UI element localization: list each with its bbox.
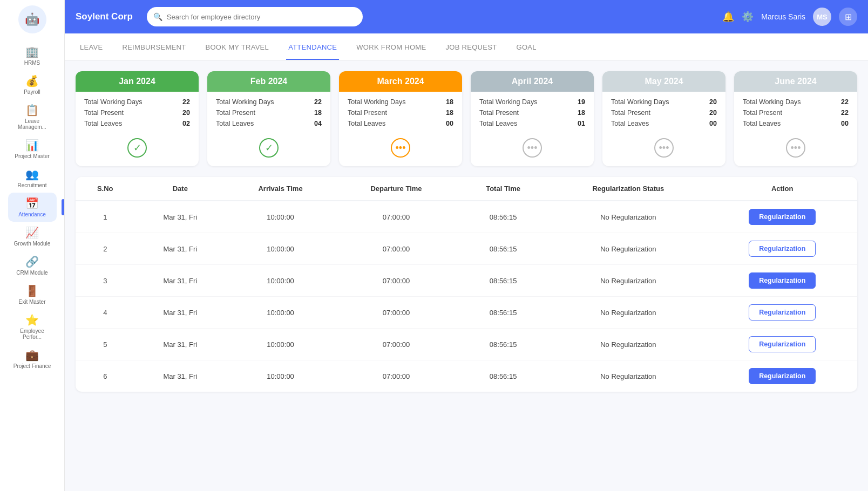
tab-attendance[interactable]: ATTENDANCE bbox=[286, 33, 339, 60]
cell-row0-col5: No Regularization bbox=[549, 201, 707, 233]
cell-row3-col2: 10:00:00 bbox=[226, 297, 335, 329]
stat-label: Total Present bbox=[348, 109, 387, 117]
topbar: Soylent Corp 🔍 🔔 ⚙️ Marcus Saris MS ⊞ bbox=[65, 0, 868, 33]
regularization-button-2[interactable]: Regularization bbox=[749, 272, 816, 289]
attendance-table-section: S.NoDateArrivals TimeDeparture TimeTotal… bbox=[76, 177, 857, 392]
cell-row5-col0: 6 bbox=[76, 360, 135, 392]
month-stat-row: Total Working Days 22 bbox=[216, 98, 322, 106]
month-header-feb2024: Feb 2024 bbox=[207, 71, 330, 92]
sidebar-item-recruitment[interactable]: 👥 Recruitment bbox=[8, 163, 57, 193]
tab-reimbursement[interactable]: REIMBURSEMENT bbox=[120, 33, 188, 60]
month-action-feb2024[interactable]: ✓ bbox=[259, 138, 279, 158]
project-master-icon: 📊 bbox=[25, 139, 39, 152]
col-arrivals-time: Arrivals Time bbox=[226, 177, 335, 201]
month-stat-row: Total Working Days 20 bbox=[611, 98, 717, 106]
stat-value: 22 bbox=[182, 98, 190, 106]
month-card-apr2024: April 2024 Total Working Days 19 Total P… bbox=[471, 71, 594, 166]
brand-name: Soylent Corp bbox=[76, 11, 133, 22]
sidebar-item-payroll[interactable]: 💰 Payroll bbox=[8, 70, 57, 99]
stat-value: 22 bbox=[841, 98, 849, 106]
month-action-jan2024[interactable]: ✓ bbox=[127, 138, 147, 158]
table-row: 2Mar 31, Fri10:00:0007:00:0008:56:15No R… bbox=[76, 233, 857, 265]
nav-tabs: LEAVEREIMBURSEMENTBOOK MY TRAVELATTENDAN… bbox=[65, 33, 868, 60]
month-action-apr2024[interactable]: ••• bbox=[523, 138, 542, 158]
crm-module-icon: 🔗 bbox=[25, 255, 39, 268]
month-action-may2024[interactable]: ••• bbox=[654, 138, 674, 158]
notification-icon[interactable]: 🔔 bbox=[722, 11, 734, 23]
tab-work-from-home[interactable]: WORK FROM HOME bbox=[354, 33, 428, 60]
stat-value: 20 bbox=[709, 98, 717, 106]
sidebar-label-project-finance: Project Finance bbox=[13, 363, 51, 369]
sidebar-label-employee-perf: Employee Perfor... bbox=[11, 328, 53, 340]
month-stat-row: Total Leaves 00 bbox=[743, 120, 849, 127]
stat-label: Total Leaves bbox=[84, 120, 122, 127]
month-stats-jan2024: Total Working Days 22 Total Present 20 T… bbox=[76, 92, 199, 131]
sidebar-item-project-master[interactable]: 📊 Project Master bbox=[8, 134, 57, 163]
tab-leave[interactable]: LEAVE bbox=[78, 33, 105, 60]
settings-icon[interactable]: ⚙️ bbox=[742, 11, 754, 23]
stat-label: Total Leaves bbox=[479, 120, 517, 127]
action-cell-row0: Regularization bbox=[707, 201, 857, 233]
stat-label: Total Leaves bbox=[216, 120, 254, 127]
sidebar-label-payroll: Payroll bbox=[24, 89, 40, 95]
sidebar-item-project-finance[interactable]: 💼 Project Finance bbox=[8, 344, 57, 373]
sidebar-item-growth-module[interactable]: 📈 Growth Module bbox=[8, 222, 57, 251]
month-stat-row: Total Present 18 bbox=[348, 109, 453, 117]
col-s.no: S.No bbox=[76, 177, 135, 201]
stat-value: 19 bbox=[578, 98, 585, 106]
sidebar-item-attendance[interactable]: 📅 Attendance bbox=[8, 193, 57, 222]
stat-value: 04 bbox=[314, 120, 322, 127]
month-header-mar2024: March 2024 bbox=[339, 71, 462, 92]
sidebar-label-project-master: Project Master bbox=[15, 153, 49, 159]
month-action-jun2024[interactable]: ••• bbox=[786, 138, 805, 158]
sidebar-label-exit-master: Exit Master bbox=[18, 299, 45, 305]
cell-row0-col3: 07:00:00 bbox=[335, 201, 457, 233]
app-switcher-icon[interactable]: ⊞ bbox=[839, 8, 857, 26]
stat-value: 20 bbox=[182, 109, 190, 117]
sidebar-item-exit-master[interactable]: 🚪 Exit Master bbox=[8, 280, 57, 309]
month-action-mar2024[interactable]: ••• bbox=[391, 138, 410, 158]
content-area: LEAVEREIMBURSEMENTBOOK MY TRAVELATTENDAN… bbox=[65, 33, 868, 491]
month-stats-jun2024: Total Working Days 22 Total Present 22 T… bbox=[734, 92, 857, 131]
search-box[interactable]: 🔍 bbox=[147, 7, 363, 26]
exit-master-icon: 🚪 bbox=[25, 284, 39, 297]
cell-row5-col2: 10:00:00 bbox=[226, 360, 335, 392]
sidebar-item-leave[interactable]: 📋 Leave Managem... bbox=[8, 99, 57, 134]
sidebar-item-hrms[interactable]: 🏢 HRMS bbox=[8, 41, 57, 70]
stat-label: Total Present bbox=[743, 109, 782, 117]
action-cell-row3: Regularization bbox=[707, 297, 857, 329]
cell-row1-col1: Mar 31, Fri bbox=[135, 233, 226, 265]
stat-value: 00 bbox=[446, 120, 453, 127]
recruitment-icon: 👥 bbox=[25, 168, 39, 181]
regularization-button-0[interactable]: Regularization bbox=[749, 209, 816, 225]
regularization-button-4[interactable]: Regularization bbox=[749, 336, 816, 352]
project-finance-icon: 💼 bbox=[25, 349, 39, 362]
regularization-button-3[interactable]: Regularization bbox=[749, 304, 816, 320]
sidebar: 🤖 🏢 HRMS 💰 Payroll 📋 Leave Managem... 📊 … bbox=[0, 0, 65, 491]
cell-row5-col3: 07:00:00 bbox=[335, 360, 457, 392]
cell-row2-col4: 08:56:15 bbox=[457, 265, 549, 297]
stat-label: Total Present bbox=[216, 109, 255, 117]
month-stat-row: Total Present 18 bbox=[216, 109, 322, 117]
month-stat-row: Total Present 18 bbox=[479, 109, 585, 117]
cell-row1-col3: 07:00:00 bbox=[335, 233, 457, 265]
sidebar-item-employee-perf[interactable]: ⭐ Employee Perfor... bbox=[8, 309, 57, 344]
month-card-jan2024: Jan 2024 Total Working Days 22 Total Pre… bbox=[76, 71, 199, 166]
tab-job-request[interactable]: JOB REQUEST bbox=[443, 33, 499, 60]
tab-goal[interactable]: GOAL bbox=[514, 33, 538, 60]
col-regularization-status: Regularization Status bbox=[549, 177, 707, 201]
sidebar-item-crm-module[interactable]: 🔗 CRM Module bbox=[8, 251, 57, 280]
cell-row2-col5: No Regularization bbox=[549, 265, 707, 297]
regularization-button-5[interactable]: Regularization bbox=[749, 368, 816, 384]
tab-book-travel[interactable]: BOOK MY TRAVEL bbox=[203, 33, 271, 60]
table-row: 6Mar 31, Fri10:00:0007:00:0008:56:15No R… bbox=[76, 360, 857, 392]
search-input[interactable] bbox=[167, 13, 356, 21]
stat-label: Total Working Days bbox=[611, 98, 669, 106]
stat-value: 22 bbox=[841, 109, 849, 117]
cell-row3-col5: No Regularization bbox=[549, 297, 707, 329]
hrms-icon: 🏢 bbox=[25, 45, 39, 58]
stat-value: 00 bbox=[841, 120, 849, 127]
regularization-button-1[interactable]: Regularization bbox=[749, 241, 816, 257]
month-cards: Jan 2024 Total Working Days 22 Total Pre… bbox=[65, 60, 868, 172]
cell-row0-col0: 1 bbox=[76, 201, 135, 233]
